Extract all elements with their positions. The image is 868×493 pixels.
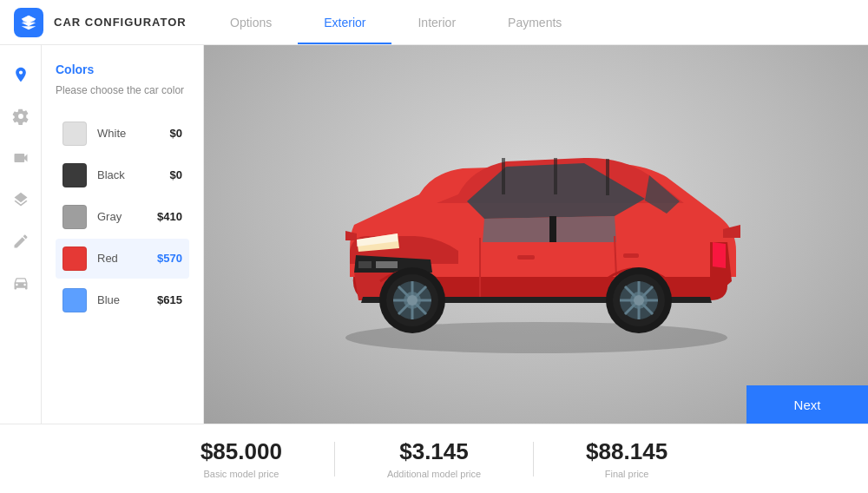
footer: $85.000 Basic model price $3.145 Additio… xyxy=(0,424,868,493)
color-name-blue: Blue xyxy=(97,293,157,306)
nav-tabs: Options Exterior Interior Payments xyxy=(204,0,868,44)
car-background xyxy=(204,45,868,424)
svg-point-29 xyxy=(634,295,644,306)
svg-rect-9 xyxy=(606,159,609,195)
basic-price-amount: $85.000 xyxy=(201,438,282,465)
color-swatch-red xyxy=(62,246,87,271)
final-price-block: $88.145 Final price xyxy=(534,438,720,479)
color-option-black[interactable]: Black $0 xyxy=(56,155,189,195)
color-swatch-white xyxy=(62,122,87,146)
svg-rect-7 xyxy=(502,158,505,194)
color-name-white: White xyxy=(97,127,170,140)
color-price-gray: $410 xyxy=(157,210,182,223)
svg-rect-4 xyxy=(549,216,556,242)
car-sidebar-icon[interactable] xyxy=(9,271,33,295)
next-button[interactable]: Next xyxy=(746,385,868,424)
color-option-gray[interactable]: Gray $410 xyxy=(56,197,189,237)
additional-price-label: Additional model price xyxy=(387,469,481,479)
sidebar-icons xyxy=(0,45,42,424)
tab-exterior[interactable]: Exterior xyxy=(298,0,391,44)
app-logo xyxy=(14,8,43,37)
color-price-red: $570 xyxy=(157,252,182,265)
color-option-blue[interactable]: Blue $615 xyxy=(56,280,189,320)
color-name-gray: Gray xyxy=(97,210,157,223)
color-swatch-black xyxy=(62,163,87,187)
color-price-white: $0 xyxy=(170,127,182,140)
tab-payments[interactable]: Payments xyxy=(482,0,588,44)
final-price-label: Final price xyxy=(605,469,649,479)
color-price-black: $0 xyxy=(170,168,182,181)
settings-sidebar-icon[interactable] xyxy=(9,104,33,128)
color-panel: Colors Please choose the car color White… xyxy=(42,45,204,424)
tab-interior[interactable]: Interior xyxy=(391,0,482,44)
svg-rect-8 xyxy=(554,158,557,194)
camera-sidebar-icon[interactable] xyxy=(9,146,33,170)
color-option-white[interactable]: White $0 xyxy=(56,114,189,154)
panel-description: Please choose the car color xyxy=(56,83,189,98)
final-price-amount: $88.145 xyxy=(586,438,667,465)
color-swatch-gray xyxy=(62,205,87,229)
app-title: CAR CONFIGURATOR xyxy=(54,16,187,29)
additional-price-amount: $3.145 xyxy=(399,438,469,465)
svg-rect-11 xyxy=(623,253,639,258)
car-display-area: Next xyxy=(204,45,868,424)
car-svg xyxy=(285,82,788,359)
header: CAR CONFIGURATOR Options Exterior Interi… xyxy=(0,0,868,45)
logo-area: CAR CONFIGURATOR xyxy=(0,8,204,37)
color-name-red: Red xyxy=(97,252,157,265)
layers-sidebar-icon[interactable] xyxy=(9,187,33,212)
svg-point-20 xyxy=(407,295,418,306)
color-option-red[interactable]: Red $570 xyxy=(56,239,189,279)
basic-price-block: $85.000 Basic model price xyxy=(148,438,334,479)
logo-icon xyxy=(20,14,37,31)
main-content: Colors Please choose the car color White… xyxy=(0,45,868,424)
additional-price-block: $3.145 Additional model price xyxy=(335,438,533,479)
svg-rect-10 xyxy=(517,255,535,260)
edit-sidebar-icon[interactable] xyxy=(9,229,33,253)
tab-options[interactable]: Options xyxy=(204,0,298,44)
basic-price-label: Basic model price xyxy=(203,469,279,479)
color-swatch-blue xyxy=(62,288,87,312)
color-name-black: Black xyxy=(97,168,170,181)
color-price-blue: $615 xyxy=(157,293,182,306)
panel-title: Colors xyxy=(56,62,189,76)
exterior-sidebar-icon[interactable] xyxy=(9,62,33,87)
